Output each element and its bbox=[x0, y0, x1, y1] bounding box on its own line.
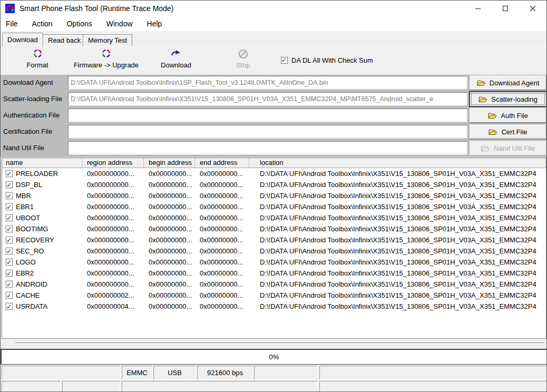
certification-file-input[interactable] bbox=[68, 125, 467, 139]
menu-file[interactable]: File bbox=[6, 19, 18, 28]
format-button[interactable]: Format bbox=[11, 49, 64, 69]
maximize-button[interactable] bbox=[492, 1, 519, 16]
partition-name: ANDROID bbox=[16, 279, 47, 290]
da-dl-checksum-option: DA DL All With Check Sum bbox=[281, 56, 373, 64]
row-checkbox[interactable] bbox=[6, 203, 13, 210]
location-cell: D:\!DATA UFI\Android Toolbox\Infinix\X35… bbox=[249, 290, 546, 301]
column-header-region-address[interactable]: region address bbox=[82, 158, 144, 168]
end-address-cell: 0x00000000... bbox=[195, 223, 249, 234]
minimize-icon bbox=[475, 5, 481, 12]
region-address-cell: 0x000000000... bbox=[82, 201, 144, 212]
scatter-loading-browse-button[interactable]: Scatter-loading bbox=[470, 92, 546, 106]
auth-file-browse-button[interactable]: Auth File bbox=[470, 108, 546, 123]
row-checkbox[interactable] bbox=[6, 281, 13, 288]
authentication-file-input[interactable] bbox=[68, 109, 467, 122]
table-row[interactable]: USRDATA0x000000004...0x00000000...0x0000… bbox=[2, 301, 546, 312]
progress-percent: 0% bbox=[269, 353, 279, 361]
end-address-cell: 0x00000000... bbox=[195, 290, 249, 301]
table-row[interactable]: SEC_RO0x000000000...0x00000000...0x00000… bbox=[2, 246, 546, 257]
format-icon bbox=[11, 49, 64, 60]
menu-action[interactable]: Action bbox=[32, 19, 53, 28]
table-row[interactable]: LOGO0x000000000...0x00000000...0x0000000… bbox=[2, 257, 546, 268]
download-agent-button-label: Download Agent bbox=[490, 79, 540, 87]
begin-address-cell: 0x00000000... bbox=[144, 223, 195, 234]
begin-address-cell: 0x00000000... bbox=[144, 290, 195, 301]
row-checkbox[interactable] bbox=[6, 181, 13, 188]
table-row[interactable]: EBR10x000000000...0x00000000...0x0000000… bbox=[2, 201, 546, 212]
separator-groove bbox=[15, 342, 544, 344]
stop-button[interactable]: Stop bbox=[222, 49, 264, 69]
folder-open-icon bbox=[477, 80, 486, 86]
partition-name-cell: ANDROID bbox=[2, 279, 82, 290]
end-address-cell: 0x00000000... bbox=[195, 234, 249, 246]
table-row[interactable]: DSP_BL0x000000000...0x00000000...0x00000… bbox=[2, 179, 546, 190]
status-cell-empty bbox=[122, 381, 317, 391]
download-button[interactable]: Download bbox=[150, 49, 202, 69]
location-cell: D:\!DATA UFI\Android Toolbox\Infinix\X35… bbox=[249, 201, 546, 212]
column-header-name[interactable]: name bbox=[2, 158, 82, 168]
partition-name-cell: EBR1 bbox=[2, 201, 82, 212]
table-row[interactable]: CACHE0x000000002...0x00000000...0x000000… bbox=[2, 290, 546, 301]
location-cell: D:\!DATA UFI\Android Toolbox\Infinix\X35… bbox=[249, 246, 546, 257]
download-agent-input[interactable] bbox=[68, 76, 467, 90]
status-cell-interface: USB bbox=[153, 366, 196, 379]
partition-name-cell: RECOVERY bbox=[2, 234, 82, 246]
download-arrow-icon bbox=[150, 49, 202, 60]
table-row[interactable]: UBOOT0x000000000...0x00000000...0x000000… bbox=[2, 212, 546, 223]
scatter-loading-button-label: Scatter-loading bbox=[491, 95, 537, 103]
end-address-cell: 0x00000000... bbox=[195, 268, 249, 279]
table-row[interactable]: RECOVERY0x000000000...0x00000000...0x000… bbox=[2, 234, 546, 246]
nand-util-file-input[interactable] bbox=[68, 141, 467, 155]
scatter-loading-label: Scatter-loading File bbox=[3, 92, 62, 106]
row-checkbox[interactable] bbox=[6, 270, 13, 277]
row-checkbox[interactable] bbox=[6, 170, 13, 177]
certification-file-row: Certification File Cert File bbox=[1, 124, 546, 140]
firmware-upgrade-button[interactable]: Firmware -> Upgrade bbox=[68, 49, 144, 69]
location-cell: D:\!DATA UFI\Android Toolbox\Infinix\X35… bbox=[249, 268, 546, 279]
row-checkbox[interactable] bbox=[6, 226, 13, 232]
minimize-button[interactable] bbox=[464, 1, 492, 16]
table-row[interactable]: MBR0x000000000...0x00000000...0x00000000… bbox=[2, 190, 546, 201]
row-checkbox[interactable] bbox=[6, 292, 13, 299]
tab-download[interactable]: Download bbox=[2, 33, 43, 47]
da-dl-checksum-checkbox[interactable] bbox=[281, 57, 288, 64]
download-agent-browse-button[interactable]: Download Agent bbox=[470, 75, 546, 90]
close-icon bbox=[530, 5, 536, 12]
close-button[interactable] bbox=[519, 1, 546, 16]
partition-name: MBR bbox=[16, 190, 31, 201]
table-row[interactable]: BOOTIMG0x000000000...0x00000000...0x0000… bbox=[2, 223, 546, 234]
row-checkbox[interactable] bbox=[6, 303, 13, 310]
title-bar: Smart Phone Flash Tool (Runtime Trace Mo… bbox=[1, 1, 546, 16]
menu-window[interactable]: Window bbox=[106, 19, 133, 28]
menu-help[interactable]: Help bbox=[147, 19, 162, 28]
firmware-upgrade-label: Firmware -> Upgrade bbox=[68, 61, 144, 69]
column-header-location[interactable]: location bbox=[249, 158, 546, 168]
menu-options[interactable]: Options bbox=[66, 19, 92, 28]
row-checkbox[interactable] bbox=[6, 237, 13, 243]
tab-memory-test[interactable]: Memory Test bbox=[83, 34, 132, 47]
table-row[interactable]: EBR20x000000000...0x00000000...0x0000000… bbox=[2, 268, 546, 279]
row-checkbox[interactable] bbox=[6, 192, 13, 199]
scatter-loading-input[interactable] bbox=[68, 92, 467, 106]
begin-address-cell: 0x00000000... bbox=[144, 179, 195, 190]
partition-name: RECOVERY bbox=[16, 234, 54, 246]
status-cell-empty bbox=[2, 366, 121, 379]
tab-read-back[interactable]: Read back bbox=[43, 34, 86, 47]
row-checkbox[interactable] bbox=[6, 214, 13, 221]
file-fields-section: Download Agent Download Agent Scatter-lo… bbox=[1, 75, 546, 157]
cert-file-button-label: Cert File bbox=[501, 128, 527, 136]
table-row[interactable]: ANDROID0x000000000...0x00000000...0x0000… bbox=[2, 279, 546, 290]
end-address-cell: 0x00000000... bbox=[195, 246, 249, 257]
cert-file-browse-button[interactable]: Cert File bbox=[470, 124, 546, 139]
table-row[interactable]: PRELOADER0x000000000...0x00000000...0x00… bbox=[2, 168, 546, 179]
location-cell: D:\!DATA UFI\Android Toolbox\Infinix\X35… bbox=[249, 168, 546, 179]
column-header-end-address[interactable]: end address bbox=[195, 158, 249, 168]
location-cell: D:\!DATA UFI\Android Toolbox\Infinix\X35… bbox=[249, 257, 546, 268]
partition-name-cell: BOOTIMG bbox=[2, 223, 82, 234]
row-checkbox[interactable] bbox=[6, 259, 13, 266]
certification-file-label: Certification File bbox=[3, 124, 52, 139]
app-window: Smart Phone Flash Tool (Runtime Trace Mo… bbox=[0, 0, 547, 392]
column-header-begin-address[interactable]: begin address bbox=[144, 158, 195, 168]
region-address-cell: 0x000000000... bbox=[82, 234, 144, 246]
row-checkbox[interactable] bbox=[6, 248, 13, 254]
